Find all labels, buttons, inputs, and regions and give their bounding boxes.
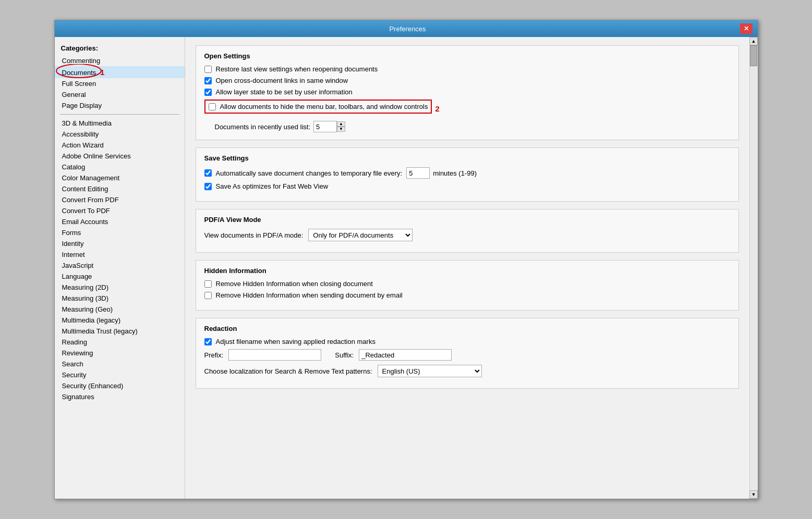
adjust-filename-checkbox[interactable] [204,338,212,345]
sidebar: Categories: Commenting Documents 1 Full … [55,37,185,499]
allow-layer-state-row: Allow layer state to be set by user info… [204,88,730,96]
sidebar-item-identity[interactable]: Identity [55,238,185,249]
sidebar-item-accessibility[interactable]: Accessibility [55,129,185,140]
sidebar-item-measuring-3d[interactable]: Measuring (3D) [55,293,185,304]
sidebar-item-signatures[interactable]: Signatures [55,391,185,402]
auto-save-suffix: minutes (1-99) [433,169,477,177]
sidebar-item-3d-multimedia[interactable]: 3D & Multimedia [55,118,185,129]
suffix-input[interactable] [359,349,452,361]
scroll-up-arrow[interactable]: ▲ [749,37,758,45]
pdfa-view-mode-label: View documents in PDF/A mode: [204,231,304,239]
allow-hide-menu-highlight: Allow documents to hide the menu bar, to… [204,100,432,114]
localization-label: Choose localization for Search & Remove … [204,367,372,375]
prefix-input[interactable] [228,349,321,361]
sidebar-item-page-display[interactable]: Page Display [55,100,185,111]
scrollbar-right: ▲ ▼ [749,37,758,499]
window-title: Preferences [76,25,740,33]
sidebar-item-commenting[interactable]: Commenting [55,55,185,66]
open-cross-document-checkbox[interactable] [204,77,212,84]
allow-layer-state-checkbox[interactable] [204,89,212,96]
content-area: Categories: Commenting Documents 1 Full … [55,37,758,499]
pdfa-view-mode-section: PDF/A View Mode View documents in PDF/A … [196,209,739,253]
auto-save-label: Automatically save document changes to t… [216,169,403,177]
pdfa-view-mode-title: PDF/A View Mode [204,216,730,224]
sidebar-item-general[interactable]: General [55,89,185,100]
close-button[interactable]: ✕ [740,23,753,34]
sidebar-item-color-management[interactable]: Color Management [55,172,185,183]
redaction-title: Redaction [204,325,730,332]
open-cross-document-row: Open cross-document links in same window [204,77,730,84]
sidebar-item-full-screen[interactable]: Full Screen [55,78,185,89]
auto-save-row: Automatically save document changes to t… [204,167,730,179]
sidebar-item-forms[interactable]: Forms [55,227,185,238]
adjust-filename-row: Adjust filename when saving applied reda… [204,338,730,345]
sidebar-item-content-editing[interactable]: Content Editing [55,183,185,194]
open-settings-title: Open Settings [204,52,730,60]
sidebar-item-multimedia-trust[interactable]: Multimedia Trust (legacy) [55,326,185,337]
remove-closing-row: Remove Hidden Information when closing d… [204,280,730,288]
allow-hide-menu-label: Allow documents to hide the menu bar, to… [220,103,428,110]
remove-closing-checkbox[interactable] [204,280,212,288]
allow-layer-state-label: Allow layer state to be set by user info… [216,88,353,96]
title-bar: Preferences ✕ [55,20,758,37]
restore-last-view-label: Restore last view settings when reopenin… [216,65,378,73]
sidebar-item-measuring-2d[interactable]: Measuring (2D) [55,282,185,293]
localization-row: Choose localization for Search & Remove … [204,365,730,377]
auto-save-checkbox[interactable] [204,169,212,177]
recently-used-label: Documents in recently used list: [215,123,311,131]
annotation-label-2: 2 [435,104,439,113]
spin-box: ▲ ▼ [337,121,345,132]
sidebar-item-action-wizard[interactable]: Action Wizard [55,140,185,151]
scroll-track[interactable] [750,45,758,490]
preferences-window: Preferences ✕ Categories: Commenting Doc… [54,20,758,499]
sidebar-item-convert-to-pdf[interactable]: Convert To PDF [55,205,185,216]
save-as-optimizes-row: Save As optimizes for Fast Web View [204,182,730,190]
suffix-label: Suffix: [335,351,354,359]
save-settings-section: Save Settings Automatically save documen… [196,147,739,202]
hidden-information-title: Hidden Information [204,267,730,275]
sidebar-list: Commenting Documents 1 Full Screen Gener… [55,55,185,493]
sidebar-item-javascript[interactable]: JavaScript [55,260,185,271]
scroll-down-arrow[interactable]: ▼ [749,490,758,499]
sidebar-item-measuring-geo[interactable]: Measuring (Geo) [55,304,185,315]
allow-hide-menu-row: Allow documents to hide the menu bar, to… [204,100,730,117]
remove-closing-label: Remove Hidden Information when closing d… [216,280,373,288]
spin-up-button[interactable]: ▲ [337,121,345,127]
sidebar-item-multimedia-legacy[interactable]: Multimedia (legacy) [55,315,185,326]
sidebar-item-adobe-online[interactable]: Adobe Online Services [55,151,185,162]
sidebar-divider [60,114,179,115]
scroll-thumb[interactable] [750,45,757,66]
sidebar-item-email-accounts[interactable]: Email Accounts [55,216,185,227]
sidebar-item-internet[interactable]: Internet [55,249,185,260]
redaction-section: Redaction Adjust filename when saving ap… [196,318,739,389]
annotation-label-1: 1 [100,68,104,77]
remove-sending-label: Remove Hidden Information when sending d… [216,291,403,299]
pdfa-view-mode-select[interactable]: Only for PDF/A documents Never Always [308,229,413,241]
sidebar-item-language[interactable]: Language [55,271,185,282]
sidebar-item-search[interactable]: Search [55,359,185,369]
auto-save-minutes-input[interactable] [406,167,430,179]
sidebar-item-security-enhanced[interactable]: Security (Enhanced) [55,380,185,391]
remove-sending-checkbox[interactable] [204,292,212,299]
recently-used-input[interactable] [313,121,337,132]
sidebar-item-convert-from-pdf[interactable]: Convert From PDF [55,194,185,205]
adjust-filename-label: Adjust filename when saving applied reda… [216,338,375,345]
restore-last-view-checkbox[interactable] [204,66,212,73]
sidebar-item-security[interactable]: Security [55,369,185,380]
sidebar-item-documents[interactable]: Documents 1 [55,66,185,78]
prefix-label: Prefix: [204,351,224,359]
recently-used-row: Documents in recently used list: ▲ ▼ [215,121,730,132]
allow-hide-menu-checkbox[interactable] [209,103,216,110]
restore-last-view-row: Restore last view settings when reopenin… [204,65,730,73]
save-as-optimizes-checkbox[interactable] [204,183,212,190]
save-as-optimizes-label: Save As optimizes for Fast Web View [216,182,329,190]
sidebar-item-catalog[interactable]: Catalog [55,162,185,172]
sidebar-item-reviewing[interactable]: Reviewing [55,348,185,359]
hidden-information-section: Hidden Information Remove Hidden Informa… [196,260,739,311]
localization-select[interactable]: English (US) French German Spanish [378,365,482,377]
main-panel: Open Settings Restore last view settings… [185,37,749,499]
spin-down-button[interactable]: ▼ [337,127,345,132]
categories-label: Categories: [55,42,185,55]
open-settings-section: Open Settings Restore last view settings… [196,45,739,140]
sidebar-item-reading[interactable]: Reading [55,337,185,348]
